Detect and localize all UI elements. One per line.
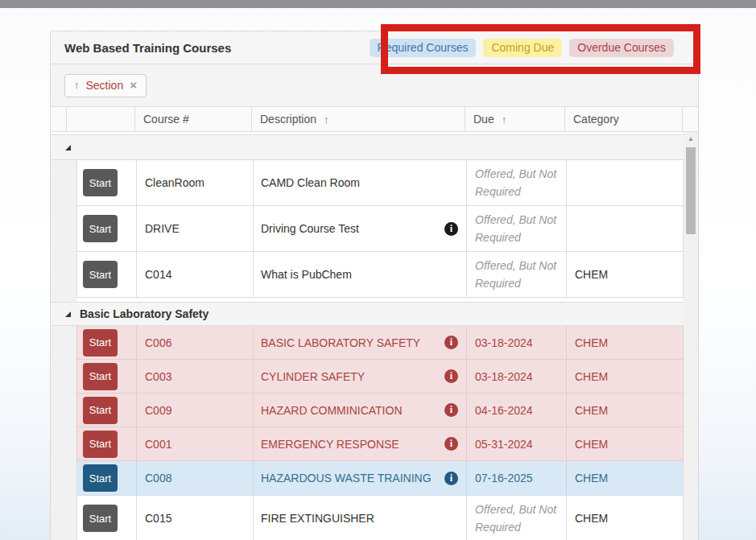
group-block: Basic Laboratory SafetyStartC006BASIC LA… [51,302,698,540]
course-description: HAZARDOUS WASTE TRAINING [261,472,432,484]
cell-category: CHEM [567,326,683,359]
groups-container: StartCleanRoomCAMD Clean RoomOffered, Bu… [51,134,698,540]
info-icon[interactable]: i [444,369,458,383]
group-row[interactable] [51,134,698,160]
course-description: FIRE EXTINGUISHER [261,512,374,525]
cell-course: C008 [137,461,254,495]
legend-overdue-courses: Overdue Courses [569,39,674,57]
cell-due: Offered, But Not Required [467,206,567,251]
cell-category: CHEM [567,394,683,427]
collapse-triangle-icon[interactable] [65,145,71,150]
table-row: StartC009HAZARD COMMINICATIONi04-16-2024… [76,394,684,427]
category-value: CHEM [575,512,608,525]
info-icon[interactable]: i [444,336,458,349]
cell-action: Start [77,427,137,460]
category-value: CHEM [575,268,608,281]
course-number: CleanRoom [145,176,204,189]
cell-due: Offered, But Not Required [467,252,567,297]
cell-action: Start [77,252,137,297]
course-number: C009 [145,404,171,417]
cell-due: 05-31-2024 [467,427,567,460]
cell-action: Start [77,206,137,251]
cell-course: DRIVE [137,206,254,251]
sort-ascending-icon[interactable]: ↑ [74,79,80,91]
course-description: EMERGENCY RESPONSE [261,438,399,451]
sort-arrow-icon: ↑ [324,113,329,126]
start-button[interactable]: Start [83,363,118,390]
course-description: CYLINDER SAFETY [261,370,365,383]
cell-course: C015 [137,496,254,540]
group-block: StartCleanRoomCAMD Clean RoomOffered, Bu… [51,134,698,298]
info-icon[interactable]: i [444,472,458,485]
header-expander-column [51,107,67,131]
cell-course: C009 [137,394,254,427]
start-button[interactable]: Start [83,215,118,242]
info-icon[interactable]: i [444,403,458,417]
cell-category [567,160,683,205]
grid-body: StartCleanRoomCAMD Clean RoomOffered, Bu… [51,134,698,540]
legend: Required Courses Coming Due Overdue Cour… [370,39,674,57]
group-row[interactable]: Basic Laboratory Safety [51,302,698,326]
course-number: C015 [145,512,171,525]
scrollbar-thumb[interactable] [686,147,696,234]
cell-due: Offered, But Not Required [467,160,567,205]
start-button[interactable]: Start [83,431,118,458]
cell-due: 07-16-2025 [467,461,567,495]
start-button[interactable]: Start [83,329,118,357]
category-value: CHEM [575,404,608,417]
start-button[interactable]: Start [83,169,118,196]
cell-description: EMERGENCY RESPONSEi [254,427,467,460]
panel-heading: Web Based Training Courses Required Cour… [51,31,698,64]
cell-course: CleanRoom [137,160,254,205]
table-header: Course # Description ↑ Due ↑ Category [51,107,698,132]
start-button[interactable]: Start [83,505,118,532]
legend-coming-due: Coming Due [483,39,562,57]
course-number: DRIVE [145,222,180,235]
start-button[interactable]: Start [83,261,118,288]
category-value: CHEM [575,438,608,451]
header-due[interactable]: Due ↑ [465,107,565,131]
due-value: Offered, But Not Required [475,211,566,246]
start-button[interactable]: Start [83,464,118,492]
cell-category [567,206,683,251]
due-value: Offered, But Not Required [475,257,566,292]
cell-action: Start [77,360,137,393]
due-value: Offered, But Not Required [475,501,566,536]
cell-course: C014 [137,252,254,297]
header-description[interactable]: Description ↑ [252,107,465,131]
chip-label: Section [86,79,124,92]
cell-description: CAMD Clean Room [254,160,467,205]
course-number: C014 [145,268,171,281]
chip-close-icon[interactable]: × [130,79,137,91]
info-icon[interactable]: i [444,437,458,451]
category-value: CHEM [575,336,608,349]
header-course-label: Course # [143,113,189,126]
cell-category: CHEM [567,360,683,393]
info-icon[interactable]: i [444,222,458,236]
legend-required-courses: Required Courses [370,39,477,57]
sort-arrow-icon: ↑ [502,113,507,126]
header-course[interactable]: Course # [135,107,252,131]
table-row: StartC003CYLINDER SAFETYi03-18-2024CHEM [76,360,684,394]
cell-description: Driving Course Testi [254,206,467,251]
scrollbar-up-arrow-icon[interactable]: ▲ [684,132,698,145]
collapse-triangle-icon[interactable] [65,311,71,317]
category-value: CHEM [575,472,608,484]
header-description-label: Description [260,113,316,126]
table-row: StartC008HAZARDOUS WASTE TRAININGi07-16-… [76,461,684,496]
page: Web Based Training Courses Required Cour… [0,0,756,540]
cell-description: CYLINDER SAFETYi [254,360,467,393]
cell-action: Start [77,394,137,427]
cell-category: CHEM [567,461,683,495]
cell-due: 04-16-2024 [467,394,567,427]
cell-action: Start [77,496,137,540]
cell-due: 03-18-2024 [467,360,567,393]
cell-category: CHEM [567,427,683,460]
cell-course: C003 [137,360,254,393]
section-group-chip[interactable]: ↑ Section × [64,74,147,97]
cell-category: CHEM [567,496,683,540]
vertical-scrollbar[interactable]: ▲ [684,132,698,540]
header-category[interactable]: Category [565,107,683,131]
course-number: C001 [145,438,171,451]
start-button[interactable]: Start [83,397,118,424]
